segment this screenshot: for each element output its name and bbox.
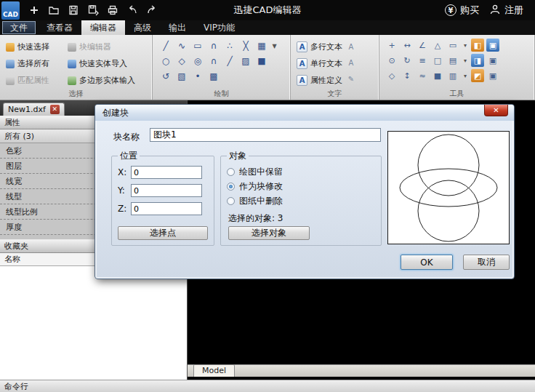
select-objects-button[interactable]: 选择对象 [228, 226, 310, 240]
block-editor-button[interactable]: 块编辑器 [68, 41, 148, 52]
group-label-tools: 工具 [379, 89, 534, 99]
ribbon-group-select: 快速选择 选择所有 匹配属性 块编辑器 快速实体导入 [0, 35, 153, 100]
quick-entity-import-button[interactable]: 快速实体导入 [68, 58, 148, 69]
tool-colored-icon[interactable]: ▣ [486, 39, 499, 52]
cancel-button[interactable]: 取消 [463, 255, 510, 270]
menu-tab-file[interactable]: 文件 [2, 21, 36, 34]
tool-dropdown-icon[interactable]: ▾ [462, 54, 469, 67]
line-icon[interactable]: ╱ [158, 39, 173, 53]
multiline-text-button[interactable]: A 多行文本 [297, 39, 342, 55]
match-properties-button[interactable]: 匹配属性 [6, 75, 62, 86]
tool-icon[interactable]: ▣ [486, 54, 499, 67]
ray-icon[interactable]: ╱ [222, 54, 237, 68]
arc-3point-icon[interactable]: ∩ [206, 54, 221, 68]
save-as-icon [87, 4, 99, 16]
tool-icon[interactable]: + [385, 39, 398, 52]
position-group-label: 位置 [118, 150, 140, 162]
x-input[interactable] [131, 166, 202, 179]
gradient-icon[interactable]: ▧ [174, 69, 189, 84]
model-tab[interactable]: Model [193, 364, 235, 377]
print-button[interactable] [104, 1, 121, 19]
radio-delete-from-drawing[interactable]: 图纸中删除 [227, 195, 375, 207]
menu-tab-output[interactable]: 输出 [160, 20, 195, 35]
new-file-button[interactable] [25, 1, 43, 19]
ok-button[interactable]: OK [401, 255, 453, 270]
tool-icon[interactable]: ◇ [385, 69, 398, 82]
menu-tab-editor[interactable]: 编辑器 [81, 20, 125, 35]
favorites-list[interactable] [0, 266, 187, 380]
text-style-icon[interactable]: A [345, 41, 357, 52]
menu-tab-advanced[interactable]: 高级 [125, 20, 160, 35]
polygon-entity-input-button[interactable]: 多边形实体输入 [68, 75, 148, 86]
edit-text-icon[interactable]: ✎ [345, 73, 357, 84]
singleline-text-button[interactable]: A 单行文本 [297, 55, 342, 72]
tool-icon[interactable]: ⊙ [385, 54, 398, 67]
point-style-icon[interactable]: • [190, 69, 205, 84]
attribute-define-button[interactable]: A 属性定义 [297, 72, 342, 89]
x-label: X: [118, 167, 131, 177]
tool-icon[interactable]: ↕ [401, 69, 414, 82]
new-file-icon [28, 4, 40, 16]
ribbon-group-text: A 多行文本 A 单行文本 A 属性定义 A A ✎ 文字 [291, 35, 379, 100]
tool-icon[interactable]: ↻ [401, 54, 414, 67]
tool-icon[interactable]: ≡ [416, 54, 429, 67]
register-button[interactable]: 注册 [489, 4, 523, 17]
dialog-close-button[interactable]: ✕ [484, 105, 508, 116]
objects-group-label: 对象 [227, 150, 249, 162]
y-input[interactable] [131, 184, 202, 197]
donut-icon[interactable]: ◎ [190, 54, 205, 68]
open-file-button[interactable] [45, 1, 63, 19]
pick-point-button[interactable]: 选择点 [118, 226, 208, 240]
arc-icon[interactable]: ∩ [206, 39, 221, 53]
hatch-pattern-icon[interactable]: ▨ [238, 54, 253, 68]
region-icon[interactable]: ■ [254, 54, 269, 68]
print-icon [107, 4, 118, 16]
menu-tab-viewer[interactable]: 查看器 [38, 20, 81, 35]
tool-icon[interactable]: ▭ [446, 39, 459, 52]
tab-close-icon[interactable]: ✕ [50, 105, 60, 114]
circle-icon[interactable]: ○ [158, 54, 173, 68]
block-name-input[interactable] [150, 128, 381, 142]
buy-button[interactable]: ¥ 购买 [445, 4, 479, 17]
save-button[interactable] [65, 1, 82, 19]
tool-icon[interactable]: ■ [431, 69, 444, 82]
tool-icon[interactable]: □ [431, 54, 444, 67]
document-tab[interactable]: New1.dxf ✕ [3, 103, 65, 116]
text-scale-icon[interactable]: A [345, 57, 357, 68]
rectangle-icon[interactable]: ▭ [190, 39, 205, 53]
spline-icon[interactable]: ∿ [174, 39, 189, 53]
position-group: 位置 X: Y: Z: 选择点 [111, 150, 214, 246]
tool-colored-icon[interactable]: ◨ [471, 54, 484, 67]
revision-cloud-icon[interactable]: ↺ [158, 69, 173, 84]
quick-select-button[interactable]: 快速选择 [6, 41, 62, 52]
titlebar: CAD 迅捷CAD编辑器 [0, 0, 535, 20]
tool-colored-icon[interactable]: ◩ [471, 69, 484, 82]
z-input[interactable] [131, 202, 202, 215]
tool-colored-icon[interactable]: ◧ [471, 39, 484, 52]
polygon-icon[interactable]: ◇ [174, 54, 189, 68]
save-as-button[interactable] [84, 1, 102, 19]
radio-convert-to-block[interactable]: 作为块修改 [227, 180, 375, 193]
z-label: Z: [118, 204, 131, 214]
tool-dropdown-icon[interactable]: ▾ [462, 39, 469, 52]
undo-button[interactable] [124, 1, 141, 19]
select-all-button[interactable]: 选择所有 [6, 58, 62, 69]
dialog-titlebar[interactable]: 创建块 ✕ [95, 105, 514, 121]
redo-button[interactable] [143, 1, 161, 19]
tool-icon[interactable]: ↔ [401, 39, 414, 52]
tool-icon[interactable]: ▤ [446, 54, 459, 67]
point-icon[interactable]: ∴ [222, 39, 237, 53]
hatch-icon[interactable]: ▦ [254, 39, 269, 53]
draw-more-dropdown-icon[interactable]: ▼ [270, 39, 278, 53]
construction-line-icon[interactable]: ╳ [238, 39, 253, 53]
tool-icon[interactable]: △ [431, 39, 444, 52]
tool-icon[interactable]: ∠ [416, 39, 429, 52]
tool-icon[interactable]: ▣ [486, 69, 499, 82]
tool-dropdown-icon[interactable]: ▾ [462, 69, 469, 82]
command-line[interactable]: 命令行 [0, 380, 535, 392]
menu-tab-vip[interactable]: VIP功能 [195, 20, 244, 35]
tool-icon[interactable]: ≈ [416, 69, 429, 82]
tool-icon[interactable]: ▥ [446, 69, 459, 82]
radio-keep-in-drawing[interactable]: 绘图中保留 [227, 166, 375, 178]
image-icon[interactable]: ▩ [206, 69, 221, 84]
